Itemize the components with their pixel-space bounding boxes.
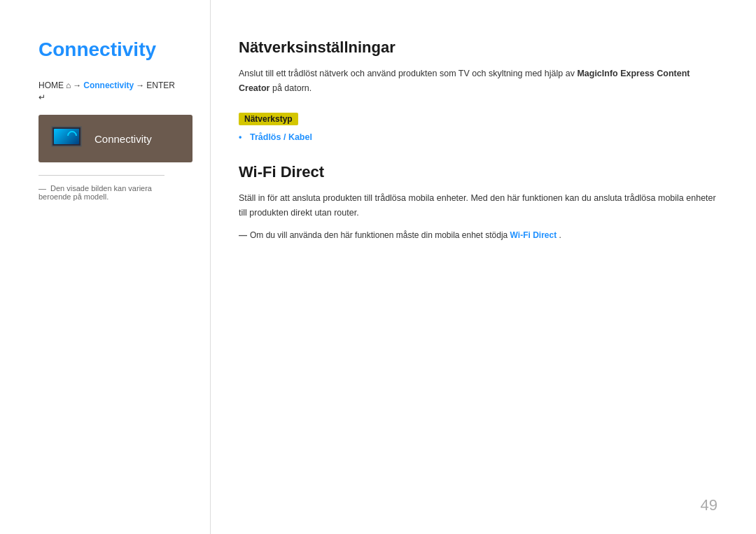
note-prefix: Om du vill använda den här funktionen må…	[250, 230, 507, 240]
page-container: Connectivity HOME ⌂ → Connectivity → ENT…	[0, 0, 756, 534]
image-note: ― Den visade bilden kan variera beroende…	[38, 184, 182, 201]
section1-heading: Nätverksinställningar	[239, 38, 718, 57]
home-label: HOME	[38, 80, 64, 90]
enter-label: ENTER	[146, 80, 175, 90]
wifi-direct-link: Wi-Fi Direct	[510, 230, 557, 240]
note-em-dash: ―	[239, 229, 247, 242]
nav-link: Connectivity	[83, 80, 134, 90]
section2-body: Ställ in för att ansluta produkten till …	[239, 191, 718, 221]
page-title: Connectivity	[38, 38, 182, 61]
section-nätverksinställningar: Nätverksinställningar Anslut till ett tr…	[239, 38, 718, 142]
monitor-shape	[51, 126, 82, 147]
page-number: 49	[701, 496, 718, 514]
wifi-icon	[69, 129, 78, 139]
left-divider	[38, 175, 164, 176]
breadcrumb: HOME ⌂ → Connectivity → ENTER ↵	[38, 80, 182, 102]
section1-body-text: Anslut till ett trådlöst nätverk och anv…	[239, 69, 575, 78]
home-icon: ⌂	[66, 80, 71, 90]
nav-arrow: →	[73, 80, 81, 90]
menu-box-label: Connectivity	[94, 133, 152, 145]
nätverkstyp-badge: Nätverkstyp	[239, 113, 298, 125]
enter-icon: ↵	[38, 92, 46, 102]
nav-arrow-2: →	[136, 80, 144, 90]
section2-note: ― Om du vill använda den här funktionen …	[239, 229, 718, 242]
section-wifi-direct: Wi-Fi Direct Ställ in för att ansluta pr…	[239, 163, 718, 243]
note-dash: ―	[38, 184, 46, 192]
left-column: Connectivity HOME ⌂ → Connectivity → ENT…	[0, 0, 210, 534]
connectivity-icon	[51, 126, 85, 151]
bullet-list: Trådlös / Kabel	[239, 132, 718, 142]
note-suffix: .	[559, 230, 561, 240]
note-text: Den visade bilden kan variera beroende p…	[38, 184, 152, 201]
section2-heading: Wi-Fi Direct	[239, 163, 718, 181]
bullet-item: Trådlös / Kabel	[239, 132, 718, 142]
menu-box: Connectivity	[38, 115, 192, 162]
section1-body-suffix: på datorn.	[272, 83, 312, 93]
right-column: Nätverksinställningar Anslut till ett tr…	[210, 0, 756, 534]
section1-body: Anslut till ett trådlöst nätverk och anv…	[239, 66, 718, 97]
